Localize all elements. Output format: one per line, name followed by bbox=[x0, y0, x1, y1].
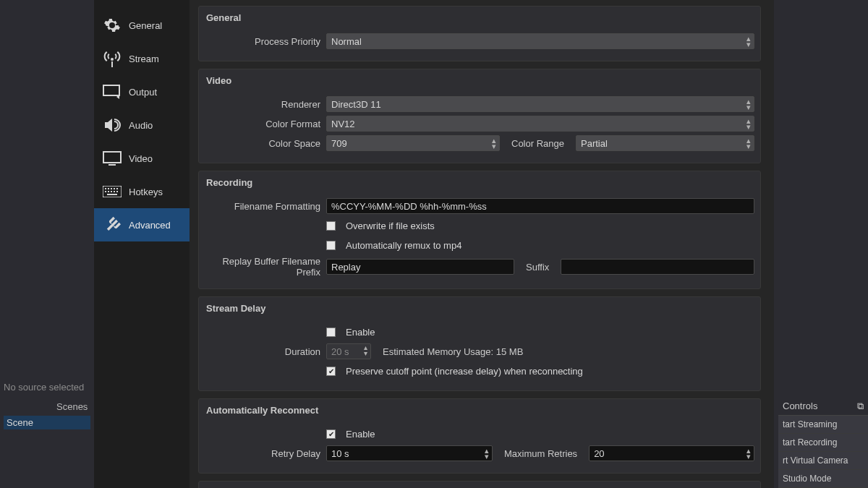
sidebar-item-output[interactable]: Output bbox=[94, 75, 190, 108]
remux-label: Automatically remux to mp4 bbox=[346, 240, 461, 251]
color-space-label: Color Space bbox=[205, 138, 326, 149]
overwrite-label: Overwrite if file exists bbox=[346, 221, 435, 231]
start-virtual-camera-button[interactable]: rt Virtual Camera bbox=[778, 452, 868, 470]
svg-rect-7 bbox=[114, 188, 115, 189]
general-section-title: General bbox=[199, 7, 760, 30]
suffix-label: Suffix bbox=[520, 262, 555, 273]
start-streaming-button[interactable]: tart Streaming bbox=[778, 416, 868, 434]
retry-delay-label: Retry Delay bbox=[205, 448, 326, 459]
sidebar-item-audio[interactable]: Audio bbox=[94, 108, 190, 142]
chevron-updown-icon: ▴▾ bbox=[492, 137, 496, 149]
sidebar-item-label: Advanced bbox=[129, 220, 171, 231]
sidebar-item-hotkeys[interactable]: Hotkeys bbox=[94, 175, 190, 208]
keyboard-icon bbox=[103, 184, 122, 200]
preserve-cutoff-label: Preserve cutoff point (increase delay) w… bbox=[346, 366, 583, 377]
auto-reconnect-section: Automatically Reconnect Enable Retry Del… bbox=[198, 398, 761, 474]
stream-delay-title: Stream Delay bbox=[199, 297, 760, 321]
chevron-updown-icon: ▴▾ bbox=[364, 345, 367, 356]
svg-rect-4 bbox=[105, 188, 106, 189]
auto-reconnect-enable-label: Enable bbox=[346, 429, 375, 440]
svg-rect-11 bbox=[111, 191, 112, 192]
process-priority-select[interactable]: Normal ▴▾ bbox=[326, 33, 754, 49]
max-retries-spinbox[interactable]: 20▴▾ bbox=[589, 445, 754, 461]
svg-rect-13 bbox=[116, 191, 118, 192]
svg-rect-0 bbox=[103, 85, 119, 95]
start-recording-button[interactable]: tart Recording bbox=[778, 434, 868, 452]
controls-header: Controls ⧉ bbox=[778, 398, 868, 416]
monitor-icon bbox=[103, 150, 122, 166]
settings-sidebar: General Stream Output Audio Video Hotkey… bbox=[94, 0, 190, 488]
process-priority-value: Normal bbox=[331, 36, 362, 47]
svg-rect-5 bbox=[108, 188, 109, 189]
network-section: Network Bind to IP Default▴▾ bbox=[198, 481, 761, 488]
tools-icon bbox=[103, 217, 122, 233]
stream-delay-enable-label: Enable bbox=[346, 327, 375, 338]
controls-header-label: Controls bbox=[783, 401, 817, 412]
filename-formatting-input[interactable]: %CCYY-%MM-%DD %hh-%mm-%ss bbox=[326, 198, 754, 214]
svg-rect-8 bbox=[116, 188, 118, 189]
replay-prefix-label: Replay Buffer Filename Prefix bbox=[205, 256, 326, 278]
network-title: Network bbox=[199, 481, 760, 488]
sidebar-item-label: Video bbox=[129, 153, 153, 164]
sidebar-item-advanced[interactable]: Advanced bbox=[94, 208, 190, 241]
remux-checkbox[interactable] bbox=[326, 241, 336, 250]
suffix-input[interactable] bbox=[561, 259, 754, 275]
auto-reconnect-title: Automatically Reconnect bbox=[199, 399, 760, 423]
color-range-select[interactable]: Partial▴▾ bbox=[576, 135, 754, 151]
renderer-select[interactable]: Direct3D 11▴▾ bbox=[326, 96, 754, 112]
color-range-value: Partial bbox=[581, 138, 608, 149]
stream-delay-enable-checkbox[interactable] bbox=[326, 328, 336, 337]
svg-rect-12 bbox=[114, 191, 115, 192]
svg-rect-10 bbox=[108, 191, 109, 192]
color-format-label: Color Format bbox=[205, 119, 326, 129]
renderer-label: Renderer bbox=[205, 99, 326, 110]
sidebar-item-label: Audio bbox=[129, 120, 153, 131]
retry-delay-value: 10 s bbox=[331, 448, 349, 459]
studio-mode-button[interactable]: Studio Mode bbox=[778, 470, 868, 488]
dock-popout-icon[interactable]: ⧉ bbox=[857, 401, 864, 412]
chevron-updown-icon: ▴▾ bbox=[746, 448, 751, 459]
color-space-select[interactable]: 709▴▾ bbox=[326, 135, 500, 151]
sidebar-item-general[interactable]: General bbox=[94, 9, 190, 42]
duration-value: 20 s bbox=[331, 346, 349, 357]
sidebar-item-label: Stream bbox=[129, 53, 159, 64]
stream-delay-section: Stream Delay Enable Duration 20 s▴▾ Esti… bbox=[198, 296, 761, 391]
retry-delay-spinbox[interactable]: 10 s▴▾ bbox=[326, 445, 493, 461]
gear-icon bbox=[103, 17, 122, 33]
scene-list-item[interactable]: Scene bbox=[4, 416, 90, 429]
speaker-icon bbox=[103, 117, 122, 133]
max-retries-value: 20 bbox=[594, 448, 604, 459]
renderer-value: Direct3D 11 bbox=[331, 99, 381, 110]
preserve-cutoff-checkbox[interactable] bbox=[326, 367, 336, 376]
svg-rect-9 bbox=[105, 191, 106, 192]
settings-content: General Process Priority Normal ▴▾ Video… bbox=[190, 0, 774, 488]
replay-prefix-value: Replay bbox=[331, 262, 360, 273]
color-format-value: NV12 bbox=[331, 119, 355, 129]
svg-rect-6 bbox=[111, 188, 112, 189]
filename-formatting-value: %CCYY-%MM-%DD %hh-%mm-%ss bbox=[331, 201, 487, 212]
no-source-selected-label: No source selected bbox=[4, 382, 84, 393]
chevron-updown-icon: ▴▾ bbox=[485, 448, 489, 459]
video-section-title: Video bbox=[199, 69, 760, 93]
recording-section: Recording Filename Formatting %CCYY-%MM-… bbox=[198, 171, 761, 289]
sidebar-item-video[interactable]: Video bbox=[94, 142, 190, 175]
duration-spinbox[interactable]: 20 s▴▾ bbox=[326, 343, 371, 359]
sidebar-item-label: Output bbox=[129, 87, 157, 98]
video-section: Video Renderer Direct3D 11▴▾ Color Forma… bbox=[198, 69, 761, 163]
overwrite-checkbox[interactable] bbox=[326, 221, 336, 231]
svg-rect-1 bbox=[103, 152, 121, 163]
color-range-label: Color Range bbox=[506, 138, 570, 149]
sidebar-item-stream[interactable]: Stream bbox=[94, 42, 190, 75]
general-section: General Process Priority Normal ▴▾ bbox=[198, 6, 761, 61]
sidebar-item-label: General bbox=[129, 20, 162, 31]
replay-prefix-input[interactable]: Replay bbox=[326, 259, 514, 275]
chevron-updown-icon: ▴▾ bbox=[746, 35, 751, 47]
svg-rect-2 bbox=[109, 164, 116, 166]
chevron-updown-icon: ▴▾ bbox=[746, 137, 751, 149]
sidebar-item-label: Hotkeys bbox=[129, 187, 163, 197]
process-priority-label: Process Priority bbox=[205, 36, 326, 47]
memory-usage-label: Estimated Memory Usage: 15 MB bbox=[377, 346, 529, 357]
chevron-updown-icon: ▴▾ bbox=[746, 98, 751, 110]
auto-reconnect-enable-checkbox[interactable] bbox=[326, 429, 336, 439]
color-format-select[interactable]: NV12▴▾ bbox=[326, 116, 754, 132]
